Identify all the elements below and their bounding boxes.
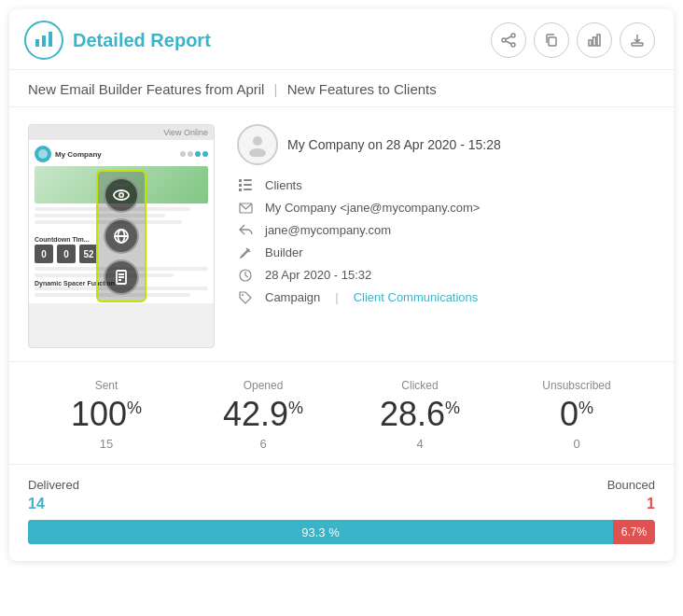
bounced-bar-fill: 6.7% — [613, 520, 655, 544]
preview-overlay — [96, 170, 146, 302]
delivery-labels: Delivered Bounced — [28, 478, 655, 492]
clock-icon — [237, 269, 254, 282]
social-dot-3 — [195, 151, 201, 157]
svg-point-5 — [511, 43, 515, 47]
campaign-label: Campaign — [265, 290, 320, 304]
stat-clicked-label: Clicked — [401, 379, 438, 392]
meta-row-list: Clients — [237, 178, 655, 192]
from-value: My Company <jane@mycompany.com> — [265, 201, 480, 215]
preview-company-logo — [35, 146, 51, 162]
stat-clicked: Clicked 28.6% 4 — [342, 379, 498, 451]
sender-name: My Company on 28 Apr 2020 - 15:28 — [287, 137, 501, 152]
list-icon — [237, 178, 254, 192]
social-dot-2 — [188, 151, 193, 157]
svg-rect-12 — [632, 43, 643, 46]
preview-logo-row: My Company — [35, 146, 208, 162]
content-section: View Online My Company photo — [9, 107, 674, 362]
stat-sent: Sent 100% 15 — [28, 379, 185, 451]
chart-button[interactable] — [577, 22, 612, 58]
social-dot-4 — [202, 151, 208, 157]
svg-rect-29 — [244, 184, 252, 186]
countdown-num-1: 0 — [35, 245, 53, 263]
delivery-progress-bar: 93.3 % 6.7% — [28, 520, 655, 544]
svg-point-24 — [253, 136, 262, 146]
stats-section: Sent 100% 15 Opened 42.9% 6 Clicked 28.6… — [9, 362, 674, 465]
stat-sent-value: 100% — [71, 398, 142, 431]
scheduled-value: 28 Apr 2020 - 15:32 — [265, 268, 371, 282]
pencil-icon — [237, 246, 254, 259]
sender-info: My Company on 28 Apr 2020 - 15:28 — [237, 124, 655, 165]
document-icon — [104, 259, 139, 295]
stat-sent-count: 15 — [100, 437, 113, 451]
subtitle-part1: New Email Builder Features from April — [28, 81, 264, 97]
svg-rect-1 — [42, 35, 46, 47]
email-preview-thumbnail: View Online My Company photo — [28, 124, 215, 348]
svg-point-4 — [502, 38, 506, 42]
copy-button[interactable] — [534, 22, 569, 58]
share-button[interactable] — [491, 22, 526, 58]
stat-opened-count: 6 — [259, 437, 266, 451]
header-left: Detailed Report — [24, 21, 211, 60]
page-title: Detailed Report — [73, 30, 211, 51]
sender-avatar — [237, 124, 278, 165]
subtitle-part2: New Features to Clients — [287, 81, 437, 97]
stat-unsubscribed: Unsubscribed 0% 0 — [498, 379, 655, 451]
main-card: Detailed Report — [9, 9, 674, 561]
envelope-icon — [237, 203, 254, 214]
svg-rect-0 — [35, 39, 39, 47]
type-value: Builder — [265, 245, 302, 259]
svg-rect-2 — [49, 32, 52, 47]
preview-social-icons — [180, 151, 208, 157]
meta-row-from: My Company <jane@mycompany.com> — [237, 201, 655, 215]
stat-opened: Opened 42.9% 6 — [185, 379, 342, 451]
svg-point-3 — [511, 34, 515, 37]
reply-value: jane@mycompany.com — [265, 223, 391, 237]
svg-point-25 — [249, 148, 266, 157]
delivery-counts: 14 1 — [28, 496, 655, 512]
bounced-label: Bounced — [607, 478, 655, 492]
eye-icon — [104, 177, 139, 213]
globe-icon — [104, 218, 139, 254]
stat-clicked-count: 4 — [416, 437, 423, 451]
subtitle-separator: | — [274, 81, 278, 97]
delivered-count: 14 — [28, 496, 45, 512]
campaign-link[interactable]: Client Communications — [354, 290, 479, 304]
preview-topbar: View Online — [29, 125, 214, 140]
stat-unsubscribed-label: Unsubscribed — [542, 379, 610, 392]
meta-info: My Company on 28 Apr 2020 - 15:28 Client… — [237, 124, 655, 348]
stat-opened-label: Opened — [244, 379, 284, 392]
svg-rect-31 — [244, 189, 252, 190]
svg-rect-11 — [597, 35, 600, 46]
header: Detailed Report — [9, 9, 674, 70]
svg-line-7 — [506, 41, 511, 44]
header-actions — [491, 22, 655, 58]
delivery-section: Delivered Bounced 14 1 93.3 % 6.7% — [9, 465, 674, 561]
svg-rect-9 — [589, 40, 592, 46]
tag-icon — [237, 291, 254, 304]
reply-icon — [237, 224, 254, 236]
svg-rect-8 — [549, 37, 556, 46]
svg-marker-35 — [240, 292, 251, 303]
meta-row-scheduled: 28 Apr 2020 - 15:32 — [237, 268, 655, 282]
svg-point-13 — [38, 149, 48, 159]
svg-rect-26 — [239, 179, 242, 182]
countdown-num-2: 0 — [57, 245, 76, 263]
stat-unsubscribed-value: 0% — [560, 398, 593, 431]
svg-point-16 — [120, 194, 123, 197]
meta-row-type: Builder — [237, 245, 655, 259]
stat-unsubscribed-count: 0 — [573, 437, 579, 451]
delivered-bar-fill: 93.3 % — [28, 520, 613, 544]
overlay-icon-box — [96, 170, 146, 302]
meta-row-campaign: Campaign | Client Communications — [237, 290, 655, 304]
bounced-count: 1 — [647, 496, 655, 512]
svg-rect-27 — [244, 179, 252, 181]
delivered-label: Delivered — [28, 478, 79, 492]
countdown-num-3: 52 — [79, 245, 98, 263]
preview-company-name: My Company — [55, 150, 102, 159]
export-button[interactable] — [620, 22, 655, 58]
delivered-bar-text: 93.3 % — [301, 525, 339, 539]
svg-point-36 — [242, 294, 244, 296]
list-value: Clients — [265, 178, 302, 192]
app-logo-icon — [24, 21, 63, 60]
svg-rect-28 — [239, 184, 242, 187]
